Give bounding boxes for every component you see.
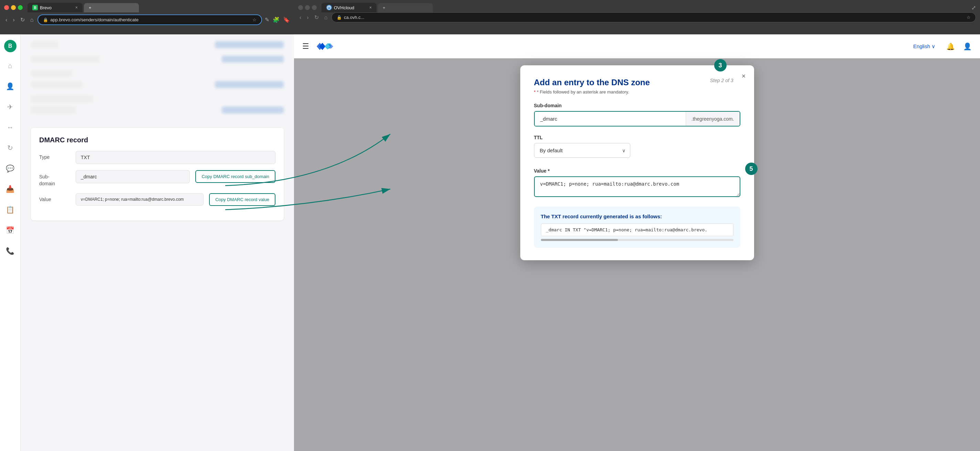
- sidebar-reports-icon[interactable]: 📋: [3, 203, 17, 216]
- sidebar-home-icon[interactable]: ⌂: [5, 59, 15, 73]
- brevo-logo[interactable]: B: [4, 40, 16, 52]
- txt-scroll-thumb[interactable]: [541, 239, 618, 241]
- right-address-bar[interactable]: 🔒 ca.ovh.c... ☆: [331, 13, 976, 22]
- left-address-bar[interactable]: 🔒 app.brevo.com/senders/domain/authentic…: [38, 14, 262, 25]
- ovh-header: ☰ English ∨ 🔔 👤: [294, 34, 980, 59]
- subdomain-field[interactable]: [535, 112, 686, 126]
- sidebar-conversations-icon[interactable]: 💬: [3, 162, 17, 175]
- toolbar-icons: ✎ 🧩 🔖: [265, 16, 290, 23]
- right-bookmark-icon[interactable]: ☆: [967, 15, 971, 20]
- modal-step: Step 2 of 3: [710, 78, 733, 83]
- language-selector[interactable]: English ∨: [913, 43, 935, 49]
- right-lock-icon: 🔒: [337, 15, 342, 20]
- subdomain-label: Sub- domain: [39, 170, 70, 187]
- right-back-button[interactable]: ‹: [298, 13, 302, 22]
- language-label: English: [913, 43, 930, 49]
- right-browser: OVHcloud × + ⤢ ‹ › ↻ ⌂ 🔒 ca.ovh.c... ☆: [294, 0, 980, 451]
- sidebar-campaigns-icon[interactable]: ✈: [5, 100, 16, 114]
- right-reload-button[interactable]: ↻: [313, 13, 320, 22]
- right-tl-3: [312, 5, 317, 10]
- left-browser: B Brevo × + ‹ › ↻ ⌂ 🔒 app.brevo.com/send…: [0, 0, 294, 451]
- right-forward-button[interactable]: ›: [305, 13, 310, 22]
- brevo-tab-label: Brevo: [40, 5, 52, 10]
- step-5-badge: 5: [745, 163, 757, 175]
- txt-record-title: The TXT record currently generated is as…: [541, 213, 733, 219]
- subdomain-suffix: .thegreenyoga.com.: [686, 112, 740, 126]
- type-input: TXT: [76, 151, 275, 164]
- traffic-lights: [4, 5, 23, 10]
- left-address-bar-row: ‹ › ↻ ⌂ 🔒 app.brevo.com/senders/domain/a…: [4, 14, 290, 28]
- right-traffic-lights: [298, 5, 317, 10]
- right-home-button[interactable]: ⌂: [323, 13, 329, 22]
- required-note: * * Fields followed by an asterisk are m…: [534, 89, 740, 95]
- value-form-group: Value * v=DMARC1; p=none; rua=mailto:rua…: [534, 168, 740, 199]
- close-traffic-light[interactable]: [4, 5, 9, 10]
- step-3-badge: 3: [714, 59, 727, 71]
- copy-subdomain-button[interactable]: Copy DMARC record sub_domain: [195, 170, 275, 183]
- value-textarea[interactable]: v=DMARC1; p=none; rua=mailto:rua@dmarc.b…: [534, 176, 740, 197]
- sidebar-phone-icon[interactable]: 📞: [3, 244, 17, 258]
- notifications-bell[interactable]: 🔔: [946, 42, 955, 51]
- new-tab-button[interactable]: +: [84, 3, 139, 13]
- right-browser-chrome: OVHcloud × + ⤢ ‹ › ↻ ⌂ 🔒 ca.ovh.c... ☆: [294, 0, 980, 34]
- right-page: ☰ English ∨ 🔔 👤: [294, 34, 980, 451]
- right-tab-bar: OVHcloud × + ⤢: [298, 3, 976, 13]
- left-tab-bar: B Brevo × +: [4, 3, 290, 13]
- ovhcloud-tab-close[interactable]: ×: [369, 5, 372, 10]
- user-profile-icon[interactable]: 👤: [963, 42, 972, 51]
- language-arrow: ∨: [932, 43, 935, 49]
- value-form-label: Value *: [534, 168, 740, 174]
- maximize-traffic-light[interactable]: [18, 5, 23, 10]
- subdomain-form-label: Sub-domain: [534, 103, 740, 108]
- extensions-icon[interactable]: 🧩: [273, 16, 280, 23]
- sidebar-contacts-icon[interactable]: 👤: [3, 79, 17, 93]
- brevo-favicon: B: [32, 5, 38, 10]
- reload-button[interactable]: ↻: [19, 15, 26, 24]
- copy-value-button[interactable]: Copy DMARC record value: [209, 193, 275, 206]
- right-tl-2: [305, 5, 310, 10]
- sidebar-automations-icon[interactable]: ↔: [4, 121, 16, 134]
- profile-icon[interactable]: 🔖: [283, 16, 290, 23]
- lock-icon: 🔒: [43, 17, 48, 22]
- minimize-traffic-light[interactable]: [11, 5, 16, 10]
- right-address-text: ca.ovh.c...: [344, 15, 364, 20]
- back-button[interactable]: ‹: [4, 16, 9, 24]
- forward-button[interactable]: ›: [11, 16, 16, 24]
- ttl-form-label: TTL: [534, 135, 740, 140]
- ovh-logo[interactable]: [315, 40, 335, 53]
- ttl-form-group: TTL By default ∨: [534, 135, 740, 158]
- right-new-tab[interactable]: +: [378, 3, 433, 13]
- txt-scroll-bar: [541, 239, 733, 241]
- dmarc-subdomain-field: Sub- domain _dmarc Copy DMARC record sub…: [39, 170, 275, 187]
- brevo-tab-close[interactable]: ×: [75, 5, 78, 10]
- address-text: app.brevo.com/senders/domain/authenticat…: [50, 17, 138, 22]
- right-address-bar-row: ‹ › ↻ ⌂ 🔒 ca.ovh.c... ☆: [298, 13, 976, 25]
- value-label: Value: [39, 193, 70, 202]
- ttl-select[interactable]: By default: [534, 143, 630, 158]
- sidebar-inbox-icon[interactable]: 📥: [3, 182, 17, 196]
- left-page: B ⌂ 👤 ✈ ↔ ↻ 💬 📥 📋 📅 📞: [0, 34, 294, 451]
- modal-close-button[interactable]: ×: [739, 71, 749, 81]
- maximize-button[interactable]: ⤢: [971, 5, 976, 11]
- ovhcloud-tab[interactable]: OVHcloud ×: [321, 3, 377, 13]
- pen-icon[interactable]: ✎: [265, 16, 269, 23]
- dns-modal: 3 × Add an entry to the DNS zone Step 2 …: [520, 65, 754, 260]
- brevo-tab[interactable]: B Brevo ×: [27, 3, 83, 13]
- txt-record-section: The TXT record currently generated is as…: [534, 206, 740, 248]
- subdomain-form-group: Sub-domain .thegreenyoga.com.: [534, 103, 740, 127]
- value-input: v=DMARC1; p=none; rua=mailto:rua@dmarc.b…: [76, 193, 204, 206]
- type-label: Type: [39, 151, 70, 160]
- dmarc-value-field: Value v=DMARC1; p=none; rua=mailto:rua@d…: [39, 193, 275, 206]
- subdomain-input-wrapper: .thegreenyoga.com.: [534, 111, 740, 127]
- ttl-select-wrapper: By default ∨: [534, 143, 630, 158]
- sidebar-calendar-icon[interactable]: 📅: [3, 224, 17, 237]
- left-content-area: DMARC record Type TXT Sub- domain _dmarc…: [21, 34, 294, 451]
- left-sidebar: B ⌂ 👤 ✈ ↔ ↻ 💬 📥 📋 📅 📞: [0, 34, 21, 451]
- bookmark-icon[interactable]: ☆: [252, 17, 256, 22]
- ovhcloud-tab-label: OVHcloud: [334, 5, 354, 10]
- sidebar-transactional-icon[interactable]: ↻: [5, 141, 16, 155]
- hamburger-menu[interactable]: ☰: [302, 42, 309, 51]
- left-browser-chrome: B Brevo × + ‹ › ↻ ⌂ 🔒 app.brevo.com/send…: [0, 0, 294, 34]
- home-button[interactable]: ⌂: [29, 16, 35, 24]
- right-tl-1: [298, 5, 303, 10]
